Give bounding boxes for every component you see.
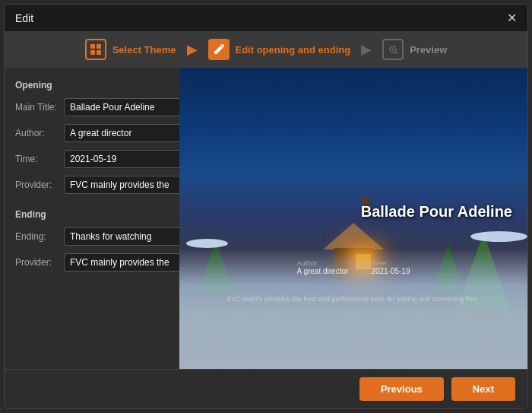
preview-icon (382, 39, 404, 60)
main-title-input[interactable] (64, 98, 179, 116)
cabin-roof (323, 223, 384, 249)
edit-icon (208, 39, 230, 60)
provider-ending-label: Provider: (15, 257, 59, 268)
wizard-step-select-theme[interactable]: Select Theme (85, 39, 176, 60)
preview-provider: FVC mainly provides the best and profess… (179, 295, 527, 303)
previous-button[interactable]: Previous (359, 377, 444, 401)
edit-dialog: Edit ✕ Select Theme ▶ Ed (4, 4, 528, 409)
author-row: Author: (15, 124, 169, 142)
svg-line-6 (395, 52, 397, 54)
preview-label: Preview (410, 44, 447, 56)
wizard-bar: Select Theme ▶ Edit opening and ending ▶ (5, 31, 527, 68)
content-area: Opening Main Title: Author: Time: Provid… (5, 68, 527, 369)
preview-meta: Author: A great director Time: 2021-05-1… (239, 259, 467, 278)
svg-point-5 (392, 49, 394, 51)
author-input[interactable] (64, 124, 179, 142)
arrow-2: ▶ (361, 41, 372, 58)
time-row: Time: (15, 150, 169, 168)
wizard-step-edit[interactable]: Edit opening and ending (208, 39, 351, 60)
time-label: Time: (15, 154, 59, 164)
ending-row: Ending: (15, 227, 169, 246)
provider-ending-input[interactable] (64, 253, 179, 272)
main-title-row: Main Title: (15, 98, 169, 116)
preview-title: Ballade Pour Adeline (361, 203, 512, 221)
author-label: Author: (15, 128, 59, 138)
ending-label: Ending: (15, 231, 59, 242)
edit-label: Edit opening and ending (236, 44, 351, 56)
time-val: 2021-05-19 (371, 267, 410, 275)
opening-section-label: Opening (15, 80, 169, 91)
left-panel: Opening Main Title: Author: Time: Provid… (5, 68, 179, 369)
svg-rect-0 (90, 44, 95, 49)
svg-rect-1 (97, 44, 101, 49)
provider-opening-row: Provider: (15, 176, 169, 194)
next-button[interactable]: Next (451, 377, 515, 401)
tree-left-snow (186, 239, 228, 248)
author-val: A great director (297, 267, 349, 275)
preview-background: Ballade Pour Adeline Author: A great dir… (179, 68, 527, 369)
dialog-title: Edit (15, 12, 33, 24)
arrow-1: ▶ (187, 41, 198, 58)
preview-time: Time: 2021-05-19 (371, 259, 410, 275)
bottom-bar: Previous Next (5, 369, 527, 408)
provider-opening-input[interactable] (64, 176, 179, 194)
title-bar: Edit ✕ (5, 5, 527, 31)
preview-author: Author: A great director (297, 259, 349, 275)
right-panel: Ballade Pour Adeline Author: A great dir… (179, 68, 527, 369)
time-key: Time: (371, 259, 388, 267)
author-key: Author: (297, 259, 319, 267)
svg-rect-2 (90, 50, 95, 55)
provider-opening-label: Provider: (15, 179, 59, 190)
wizard-step-preview[interactable]: Preview (382, 39, 447, 60)
svg-rect-3 (97, 50, 101, 55)
tree-right-snow (470, 231, 527, 242)
provider-ending-row: Provider: (15, 253, 169, 272)
select-theme-label: Select Theme (112, 44, 176, 56)
ending-section-label: Ending (15, 209, 169, 220)
time-input[interactable] (64, 150, 179, 168)
select-theme-icon (85, 39, 106, 60)
preview-meta-row: Author: A great director Time: 2021-05-1… (239, 259, 467, 275)
close-button[interactable]: ✕ (507, 11, 517, 25)
main-title-label: Main Title: (15, 102, 59, 113)
ending-input[interactable] (64, 227, 179, 246)
